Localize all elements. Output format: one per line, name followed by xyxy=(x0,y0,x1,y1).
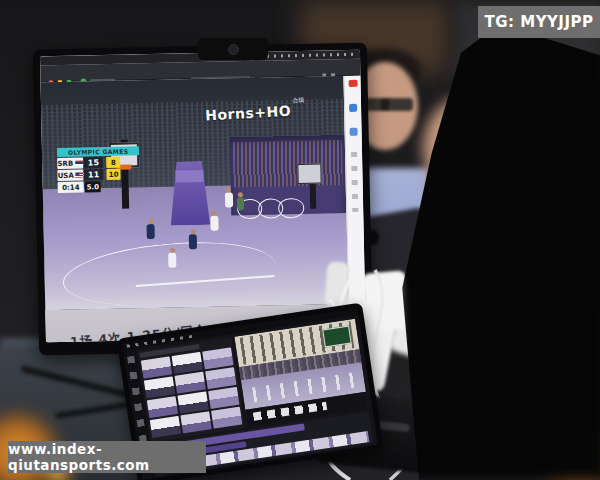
sidebar-more-icons[interactable] xyxy=(351,152,358,212)
team-code: SRB xyxy=(57,158,83,170)
team-fouls: 8 xyxy=(106,157,120,168)
preview-scoreboard xyxy=(322,325,351,347)
player-navy-jersey xyxy=(147,224,155,239)
webcam-lens-icon xyxy=(228,44,239,55)
media-thumbnails[interactable] xyxy=(141,347,243,440)
player-white-jersey xyxy=(210,215,218,230)
purple-tower-highlight xyxy=(176,170,203,182)
team-score: 15 xyxy=(83,157,103,168)
scoreboard-overlay: OLYMPIC GAMES SRB 15 8 USA xyxy=(57,146,140,193)
basketball-backboard xyxy=(297,163,322,184)
serbia-flag-icon xyxy=(75,161,83,166)
scoreboard-row-usa: USA 11 10 xyxy=(58,168,140,181)
scoreboard-title: OLYMPIC GAMES xyxy=(57,146,139,157)
team-fouls: 10 xyxy=(106,169,120,180)
notification-badge xyxy=(349,80,358,87)
shot-clock: 5.0 xyxy=(85,181,101,192)
website-watermark: www.index-qiutansports.com xyxy=(8,441,206,473)
player-white-jersey xyxy=(168,253,176,268)
game-clock: 0:14 xyxy=(58,182,84,194)
sidebar-app-icon[interactable] xyxy=(350,128,358,136)
usa-flag-icon xyxy=(76,173,84,178)
video-preview-panel xyxy=(234,319,368,428)
stands-crowd-texture xyxy=(233,140,343,188)
scoreboard-clock-row: 0:14 5.0 xyxy=(58,180,140,193)
olympic-rings-icon xyxy=(237,198,304,220)
sidebar-app-icon[interactable] xyxy=(349,104,357,112)
team-code: USA xyxy=(58,170,84,182)
photo-scene: OLYMPIC GAMES SRB 15 8 USA xyxy=(0,0,600,480)
player-navy-jersey xyxy=(189,234,197,249)
video-headline-note: 合辑 xyxy=(292,96,304,106)
scoreboard-row-srb: SRB 15 8 xyxy=(57,156,139,169)
telegram-watermark: TG: MYYJJPP xyxy=(478,6,600,38)
player-white-jersey xyxy=(225,192,233,207)
team-score: 11 xyxy=(83,169,103,180)
referee-green-shirt xyxy=(237,197,244,210)
